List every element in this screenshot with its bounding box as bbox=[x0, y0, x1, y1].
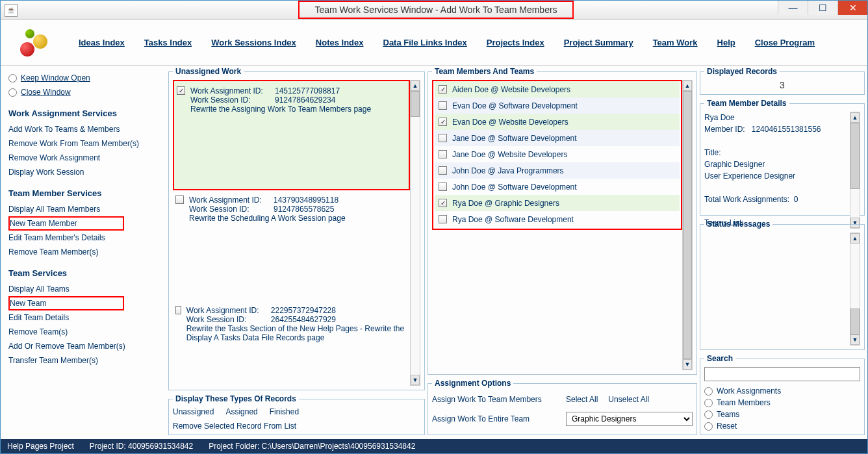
menu-projects-index[interactable]: Projects Index bbox=[487, 38, 544, 47]
team-member-row[interactable]: John Doe @ Java Programmers bbox=[435, 162, 680, 179]
team-member-row[interactable]: Evan Doe @ Software Development bbox=[435, 97, 680, 114]
filter-unassigned[interactable]: Unassigned bbox=[173, 407, 214, 416]
unassigned-work-list: ✓Work Assignment ID:145125777098817Work … bbox=[173, 80, 410, 386]
work-session-id-label: Work Session ID: bbox=[186, 315, 271, 324]
work-assignment-id-label: Work Assignment ID: bbox=[189, 195, 274, 205]
team-member-checkbox[interactable] bbox=[439, 166, 447, 175]
remove-work-from-members-link[interactable]: Remove Work From Team Member(s) bbox=[8, 136, 160, 151]
team-member-checkbox[interactable] bbox=[439, 134, 447, 142]
scroll-down-button[interactable]: ▼ bbox=[850, 334, 860, 345]
edit-team-member-details-link[interactable]: Edit Team Member's Details bbox=[8, 231, 160, 245]
displayed-records-legend: Displayed Records bbox=[704, 67, 780, 76]
edit-team-details-link[interactable]: Edit Team Details bbox=[8, 310, 160, 325]
search-teams-radio[interactable]: Teams bbox=[704, 410, 860, 419]
scroll-thumb[interactable] bbox=[850, 123, 860, 189]
new-team-link[interactable]: New Team bbox=[8, 296, 124, 310]
close-button[interactable]: ✕ bbox=[837, 1, 867, 15]
scroll-thumb[interactable] bbox=[411, 91, 420, 117]
unassigned-work-legend: Unassigned Work bbox=[173, 67, 244, 76]
app-logo-icon bbox=[14, 27, 53, 59]
team-member-checkbox[interactable] bbox=[439, 183, 447, 191]
maximize-button[interactable]: ☐ bbox=[808, 1, 837, 15]
scroll-down-button[interactable]: ▼ bbox=[683, 359, 692, 370]
remove-work-assignment-link[interactable]: Remove Work Assignment bbox=[8, 151, 160, 165]
scroll-up-button[interactable]: ▲ bbox=[683, 81, 692, 91]
assignment-options-legend: Assignment Options bbox=[432, 379, 513, 388]
remove-teams-link[interactable]: Remove Team(s) bbox=[8, 325, 160, 339]
work-item-checkbox[interactable] bbox=[175, 195, 184, 204]
team-member-row[interactable]: ✓Aiden Doe @ Website Developers bbox=[435, 81, 680, 97]
menu-help[interactable]: Help bbox=[717, 38, 735, 47]
menu-work-sessions-index[interactable]: Work Sessions Index bbox=[211, 38, 296, 47]
team-scrollbar[interactable]: ▲ ▼ bbox=[682, 80, 693, 370]
details-scrollbar[interactable]: ▲ ▼ bbox=[850, 112, 860, 229]
team-member-row[interactable]: Rya Doe @ Software Development bbox=[435, 211, 680, 227]
menu-notes-index[interactable]: Notes Index bbox=[316, 38, 364, 47]
menu-project-summary[interactable]: Project Summary bbox=[564, 38, 633, 47]
work-session-id-label: Work Session ID: bbox=[190, 95, 275, 105]
transfer-team-members-link[interactable]: Transfer Team Member(s) bbox=[8, 353, 160, 368]
scroll-thumb[interactable] bbox=[850, 309, 860, 334]
menu-close-program[interactable]: Close Program bbox=[755, 38, 815, 47]
scroll-thumb[interactable] bbox=[683, 91, 692, 359]
team-member-details-panel: Team Member Details Rya Doe Member ID: 1… bbox=[700, 99, 865, 216]
team-member-row[interactable]: ✓Evan Doe @ Website Developers bbox=[435, 114, 680, 130]
team-member-row[interactable]: John Doe @ Software Development bbox=[435, 179, 680, 195]
menu-data-file-links-index[interactable]: Data File Links Index bbox=[383, 38, 467, 47]
team-member-checkbox[interactable] bbox=[439, 215, 447, 223]
menu-tasks-index[interactable]: Tasks Index bbox=[144, 38, 192, 47]
minimize-button[interactable]: — bbox=[778, 1, 808, 15]
work-assignment-id-value: 143790348995118 bbox=[274, 195, 338, 205]
team-member-row[interactable]: ✓Rya Doe @ Graphic Designers bbox=[435, 195, 680, 211]
select-all-link[interactable]: Select All bbox=[566, 395, 598, 404]
scroll-up-button[interactable]: ▲ bbox=[850, 233, 860, 244]
team-member-checkbox[interactable]: ✓ bbox=[439, 85, 447, 94]
new-team-member-link[interactable]: New Team Member bbox=[8, 216, 124, 231]
search-reset-radio[interactable]: Reset bbox=[704, 422, 860, 431]
display-all-teams-link[interactable]: Display All Teams bbox=[8, 282, 160, 296]
unselect-all-link[interactable]: Unselect All bbox=[608, 395, 649, 404]
filter-finished[interactable]: Finished bbox=[270, 407, 299, 416]
work-item-checkbox[interactable] bbox=[175, 306, 181, 314]
detail-member-id: 1240461551381556 bbox=[752, 125, 821, 134]
remove-team-members-link[interactable]: Remove Team Member(s) bbox=[8, 245, 160, 259]
team-member-checkbox[interactable]: ✓ bbox=[439, 199, 447, 207]
add-work-to-teams-link[interactable]: Add Work To Teams & Members bbox=[8, 122, 160, 136]
work-item[interactable]: Work Assignment ID:222957372947228Work S… bbox=[173, 301, 410, 386]
filter-assigned[interactable]: Assigned bbox=[225, 407, 257, 416]
display-work-session-link[interactable]: Display Work Session bbox=[8, 165, 160, 179]
team-member-label: Jane Doe @ Website Developers bbox=[452, 150, 567, 159]
assign-to-members-link[interactable]: Assign Work To Team Members bbox=[432, 395, 555, 404]
remove-selected-record-link[interactable]: Remove Selected Record From List bbox=[173, 422, 420, 431]
search-work-assignments-radio[interactable]: Work Assignments bbox=[704, 386, 860, 396]
scroll-down-button[interactable]: ▼ bbox=[411, 375, 420, 385]
team-member-row[interactable]: Jane Doe @ Website Developers bbox=[435, 146, 680, 162]
work-session-id-value: 264255484627929 bbox=[271, 315, 336, 324]
team-member-checkbox[interactable]: ✓ bbox=[439, 118, 447, 126]
team-member-row[interactable]: Jane Doe @ Software Development bbox=[435, 130, 680, 146]
add-or-remove-team-members-link[interactable]: Add Or Remove Team Member(s) bbox=[8, 339, 160, 353]
display-all-team-members-link[interactable]: Display All Team Members bbox=[8, 202, 160, 216]
displayed-records-count: 3 bbox=[704, 80, 860, 90]
assign-to-entire-team-link[interactable]: Assign Work To Entire Team bbox=[432, 414, 555, 423]
unassigned-scrollbar[interactable]: ▲ ▼ bbox=[410, 80, 420, 386]
work-item[interactable]: Work Assignment ID:143790348995118Work S… bbox=[173, 190, 410, 301]
keep-window-open-radio[interactable]: Keep Window Open bbox=[8, 71, 160, 85]
search-input[interactable] bbox=[704, 367, 860, 381]
scroll-up-button[interactable]: ▲ bbox=[850, 112, 860, 123]
search-team-members-radio[interactable]: Team Members bbox=[704, 398, 860, 407]
sidebar: Keep Window Open Close Window Work Assig… bbox=[3, 67, 166, 439]
team-member-checkbox[interactable] bbox=[439, 150, 447, 158]
work-item-checkbox[interactable]: ✓ bbox=[177, 86, 185, 95]
work-item[interactable]: ✓Work Assignment ID:145125777098817Work … bbox=[173, 80, 410, 190]
team-select-dropdown[interactable]: Graphic Designers bbox=[566, 412, 693, 426]
menu-team-work[interactable]: Team Work bbox=[653, 38, 698, 47]
team-members-panel: Team Members And Teams ✓Aiden Doe @ Webs… bbox=[428, 67, 697, 375]
menu-ideas-index[interactable]: Ideas Index bbox=[79, 38, 125, 47]
scroll-up-button[interactable]: ▲ bbox=[411, 81, 420, 91]
display-types-panel: Display These Types Of Records Unassigne… bbox=[168, 394, 425, 435]
work-assignment-id-label: Work Assignment ID: bbox=[190, 86, 275, 95]
team-member-checkbox[interactable] bbox=[439, 101, 447, 110]
close-window-radio[interactable]: Close Window bbox=[8, 85, 160, 99]
status-scrollbar[interactable]: ▲ ▼ bbox=[850, 233, 860, 346]
